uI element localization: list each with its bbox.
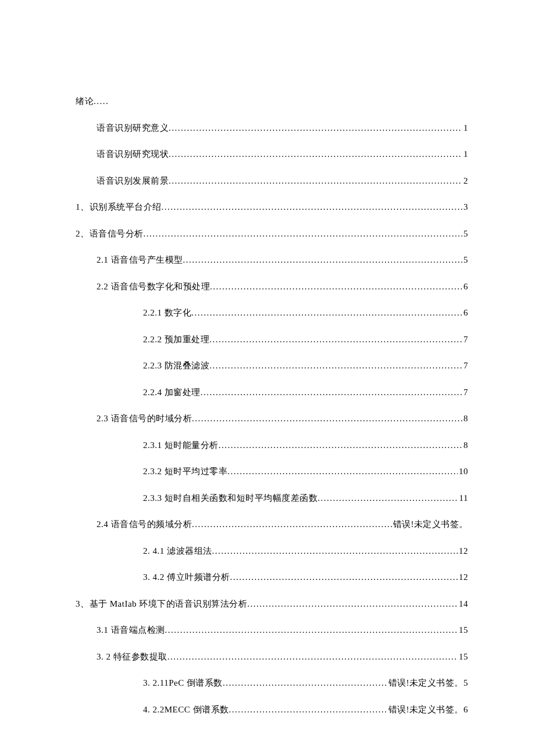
toc-leader-dots <box>165 625 458 635</box>
toc-label: 3.1 语音端点检测 <box>97 625 165 635</box>
toc-label: 语音识别发展前景 <box>97 175 169 186</box>
toc-label: 2.2.3 防混叠滤波 <box>143 360 209 371</box>
toc-entry: 4. 2.2MECC 倒谱系数 错误!未定义书签。6 <box>76 704 468 715</box>
toc-page-number: 2 <box>462 175 468 186</box>
toc-entry: 2.1 语音信号产生模型5 <box>76 255 468 265</box>
toc-entry: 3. 2.11PeC 倒谱系数 错误!未定义书签。5 <box>76 678 468 688</box>
toc-page-number: 错误!未定义书签。6 <box>387 704 469 715</box>
toc-label: 2.3.2 短时平均过零率 <box>143 466 227 476</box>
toc-page-number: 6 <box>462 281 468 292</box>
toc-entry: 2.2.3 防混叠滤波7 <box>76 360 468 371</box>
toc-page-number: 3 <box>462 202 468 212</box>
toc-entry: 2.2 语音信号数字化和预处理6 <box>76 281 468 292</box>
toc-label: 3、基于 MatIab 环境下的语音识别算法分析 <box>76 599 247 609</box>
toc-entry: 1、识别系统平台介绍3 <box>76 202 468 212</box>
toc-page-number: 15 <box>458 625 468 635</box>
toc-leader-dots <box>229 704 387 715</box>
toc-entry: 语音识别研究意义1 <box>76 123 468 133</box>
toc-leader-dots <box>227 466 458 476</box>
toc-leader-dots <box>219 440 462 450</box>
toc-label: 2.2.4 加窗处理 <box>143 387 201 397</box>
toc-leader-dots <box>210 281 462 292</box>
toc-leader-dots <box>169 175 462 186</box>
toc-leader-dots <box>212 546 458 556</box>
toc-entry: 2、语音信号分析5 <box>76 228 468 239</box>
toc-page-number: 8 <box>462 440 468 450</box>
toc-leader-dots <box>183 255 463 265</box>
toc-leader-dots <box>201 387 462 397</box>
toc-label: 2.3 语音信号的时域分析 <box>97 413 192 424</box>
toc-label: 3. 2.11PeC 倒谱系数 <box>143 678 223 688</box>
toc-page-number: 14 <box>458 599 468 609</box>
toc-leader-dots <box>192 519 392 529</box>
toc-page-number: 10 <box>458 466 468 476</box>
toc-entry: 2.3 语音信号的时域分析8 <box>76 413 468 424</box>
toc-page-number: 7 <box>462 387 468 397</box>
toc-label: 3. 4.2 傅立叶频谱分析 <box>143 572 230 582</box>
toc-leader-dots <box>169 149 462 159</box>
toc-leader-dots <box>192 413 462 424</box>
toc-page-number: 7 <box>462 334 468 345</box>
toc-page-number: 11 <box>458 493 468 503</box>
toc-leader-dots <box>209 334 462 345</box>
toc-page-number: 1 <box>462 123 468 133</box>
toc-page-number: 5 <box>462 255 468 265</box>
toc-entry: 2.2.1 数字化6 <box>76 307 468 318</box>
toc-leader-dots <box>162 202 463 212</box>
toc-leader-dots <box>209 360 462 371</box>
toc-page: 绪论语音识别研究意义1语音识别研究现状1语音识别发展前景21、识别系统平台介绍3… <box>0 0 535 715</box>
toc-label: 语音识别研究现状 <box>97 149 169 159</box>
toc-page-number: 7 <box>462 360 468 371</box>
toc-entry: 绪论 <box>76 96 468 106</box>
toc-label: 语音识别研究意义 <box>97 123 169 133</box>
toc-entry: 语音识别研究现状1 <box>76 149 468 159</box>
toc-entry: 2.3.2 短时平均过零率10 <box>76 466 468 476</box>
toc-entry: 2.3.1 短时能量分析8 <box>76 440 468 450</box>
toc-list: 绪论语音识别研究意义1语音识别研究现状1语音识别发展前景21、识别系统平台介绍3… <box>76 96 468 715</box>
toc-label: 2.3.3 短时自相关函数和短时平均幅度差函数 <box>143 493 318 503</box>
toc-page-number: 1 <box>462 149 468 159</box>
toc-entry: 语音识别发展前景2 <box>76 175 468 186</box>
toc-label: 2、语音信号分析 <box>76 228 144 239</box>
toc-page-number: 5 <box>462 228 468 239</box>
toc-label: 3. 2 特征参数提取 <box>97 651 167 662</box>
toc-label: 2. 4.1 滤波器组法 <box>143 546 212 556</box>
toc-page-number: 8 <box>462 413 468 424</box>
toc-entry: 3、基于 MatIab 环境下的语音识别算法分析 14 <box>76 599 468 609</box>
toc-page-number: 12 <box>458 572 468 582</box>
toc-page-number: 6 <box>462 307 468 318</box>
toc-label: 2.2.1 数字化 <box>143 307 191 318</box>
toc-page-number: 12 <box>458 546 468 556</box>
toc-page-number: 错误!未定义书签。 <box>392 519 469 529</box>
toc-entry: 2. 4.1 滤波器组法12 <box>76 546 468 556</box>
toc-label: 4. 2.2MECC 倒谱系数 <box>143 704 229 715</box>
toc-page-number: 错误!未定义书签。5 <box>387 678 469 688</box>
toc-leader-dots <box>247 599 458 609</box>
toc-entry: 2.2.2 预加重处理7 <box>76 334 468 345</box>
toc-label: 绪论 <box>76 96 94 106</box>
toc-label: 1、识别系统平台介绍 <box>76 202 162 212</box>
toc-leader-dots <box>144 228 463 239</box>
toc-leader-dots <box>318 493 458 503</box>
toc-entry: 2.3.3 短时自相关函数和短时平均幅度差函数11 <box>76 493 468 503</box>
toc-label: 2.2.2 预加重处理 <box>143 334 209 345</box>
toc-entry: 2.2.4 加窗处理7 <box>76 387 468 397</box>
toc-leader-dots <box>191 307 462 318</box>
toc-leader-dots <box>223 678 387 688</box>
toc-label: 2.1 语音信号产生模型 <box>97 255 183 265</box>
toc-leader-dots <box>230 572 458 582</box>
toc-label: 2.3.1 短时能量分析 <box>143 440 219 450</box>
toc-entry: 3. 4.2 傅立叶频谱分析12 <box>76 572 468 582</box>
toc-entry: 3.1 语音端点检测15 <box>76 625 468 635</box>
toc-entry: 3. 2 特征参数提取15 <box>76 651 468 662</box>
toc-label: 2.2 语音信号数字化和预处理 <box>97 281 210 292</box>
toc-entry: 2.4 语音信号的频域分析错误!未定义书签。 <box>76 519 468 529</box>
toc-label: 2.4 语音信号的频域分析 <box>97 519 192 529</box>
toc-page-number: 15 <box>458 651 468 662</box>
toc-leader-dots <box>169 123 462 133</box>
toc-leader-dots <box>94 96 468 106</box>
toc-leader-dots <box>167 651 458 662</box>
